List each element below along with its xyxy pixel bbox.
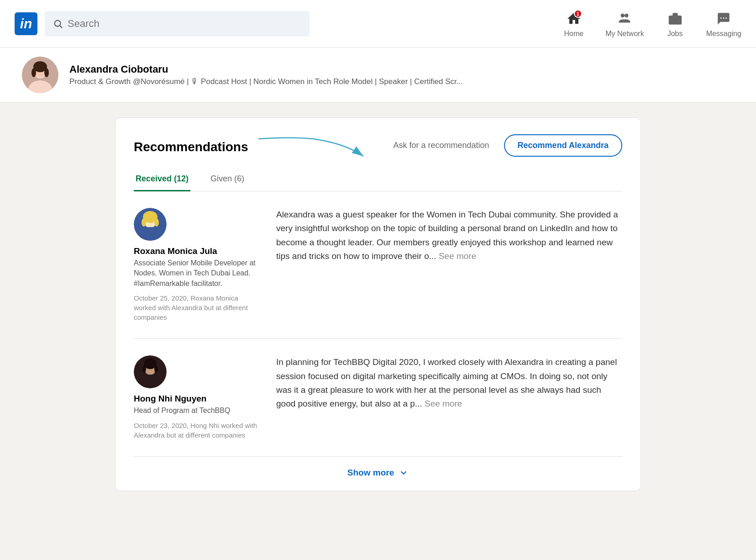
rec-left-hong: Hong Nhi Nguyen Head of Program at TechB… — [134, 355, 262, 439]
nav-messaging-label: Messaging — [706, 30, 741, 38]
nav-item-messaging[interactable]: Messaging — [706, 10, 741, 38]
rec-avatar-roxana[interactable] — [134, 208, 167, 241]
arrow-annotation — [254, 134, 373, 159]
nav-network-label: My Network — [605, 30, 644, 38]
recommend-button[interactable]: Recommend Alexandra — [504, 134, 622, 157]
nav-item-jobs[interactable]: Jobs — [666, 10, 684, 38]
card-title-wrap: Recommendations — [134, 134, 373, 159]
rec-text-hong: In planning for TechBBQ Digital 2020, I … — [276, 355, 622, 439]
svg-point-20 — [154, 218, 159, 227]
profile-avatar[interactable] — [22, 57, 58, 93]
svg-point-14 — [44, 68, 49, 77]
navbar: in 1 Home My Network — [0, 0, 756, 48]
svg-line-1 — [60, 26, 63, 28]
network-icon — [616, 11, 633, 26]
home-icon-wrap: 1 — [565, 10, 583, 28]
rec-text-roxana: Alexandra was a guest speaker for the Wo… — [276, 208, 622, 322]
roxana-avatar-svg — [134, 208, 167, 241]
tab-given[interactable]: Given (6) — [209, 169, 246, 191]
svg-point-19 — [142, 218, 146, 227]
rec-name-roxana[interactable]: Roxana Monica Jula — [134, 246, 262, 256]
nav-item-my-network[interactable]: My Network — [605, 10, 644, 38]
annotation-arrow-svg — [254, 134, 373, 159]
main-content: Recommendations Ask for a recommendation — [104, 117, 652, 491]
nav-item-home[interactable]: 1 Home — [564, 10, 583, 38]
svg-point-2 — [621, 13, 625, 17]
svg-point-25 — [142, 365, 146, 373]
nav-jobs-label: Jobs — [667, 30, 683, 38]
avatar-svg — [22, 57, 58, 93]
avatar-image — [22, 57, 58, 93]
rec-title-hong: Head of Program at TechBBQ — [134, 406, 262, 416]
card-title: Recommendations — [134, 140, 248, 154]
recommendations-card: Recommendations Ask for a recommendation — [115, 117, 641, 491]
jobs-icon-wrap — [666, 10, 684, 28]
profile-header: Alexandra Ciobotaru Product & Growth @No… — [0, 48, 756, 103]
rec-title-roxana: Associate Senior Mobile Developer at Nod… — [134, 258, 262, 289]
tab-received[interactable]: Received (12) — [134, 169, 190, 191]
svg-point-7 — [726, 17, 727, 19]
recommendation-tabs: Received (12) Given (6) — [134, 169, 622, 191]
see-more-roxana[interactable]: See more — [439, 251, 476, 261]
svg-point-3 — [625, 13, 629, 17]
rec-date-hong: October 23, 2020, Hong Nhi worked with A… — [134, 421, 262, 440]
rec-left-roxana: Roxana Monica Jula Associate Senior Mobi… — [134, 208, 262, 322]
show-more-text: Show more — [347, 468, 394, 478]
search-input[interactable] — [68, 18, 301, 30]
nav-home-label: Home — [564, 30, 583, 38]
linkedin-logo-text: in — [20, 16, 32, 32]
svg-point-5 — [720, 17, 722, 19]
svg-point-13 — [31, 68, 36, 77]
card-actions: Ask for a recommendation Recommend Alexa… — [394, 134, 623, 157]
svg-rect-4 — [668, 15, 681, 24]
recommendation-item-hong: Hong Nhi Nguyen Head of Program at TechB… — [134, 339, 622, 456]
rec-date-roxana: October 25, 2020, Roxana Monica worked w… — [134, 293, 262, 322]
jobs-icon — [667, 11, 683, 26]
rec-name-hong[interactable]: Hong Nhi Nguyen — [134, 394, 262, 404]
hong-avatar-svg — [134, 355, 167, 388]
nav-items: 1 Home My Network Jobs — [564, 10, 741, 38]
recommendation-item-roxana: Roxana Monica Jula Associate Senior Mobi… — [134, 191, 622, 339]
notification-badge: 1 — [574, 10, 582, 18]
rec-avatar-hong[interactable] — [134, 355, 167, 388]
ask-recommendation-link[interactable]: Ask for a recommendation — [394, 141, 489, 150]
network-icon-wrap — [615, 10, 634, 28]
search-icon — [53, 19, 63, 29]
profile-name[interactable]: Alexandra Ciobotaru — [69, 63, 463, 75]
see-more-hong[interactable]: See more — [425, 399, 462, 408]
show-more-row[interactable]: Show more — [134, 457, 622, 491]
profile-subtitle: Product & Growth @Novorésumé | 🎙 Podcast… — [69, 77, 463, 86]
card-header: Recommendations Ask for a recommendation — [134, 134, 622, 159]
profile-info: Alexandra Ciobotaru Product & Growth @No… — [69, 63, 463, 86]
svg-point-0 — [55, 20, 61, 26]
messaging-icon — [716, 11, 731, 26]
linkedin-logo[interactable]: in — [15, 12, 37, 35]
svg-point-6 — [723, 17, 724, 19]
messaging-icon-wrap — [714, 10, 733, 28]
search-bar[interactable] — [45, 11, 310, 37]
chevron-down-icon — [399, 468, 409, 478]
svg-point-26 — [154, 365, 158, 373]
